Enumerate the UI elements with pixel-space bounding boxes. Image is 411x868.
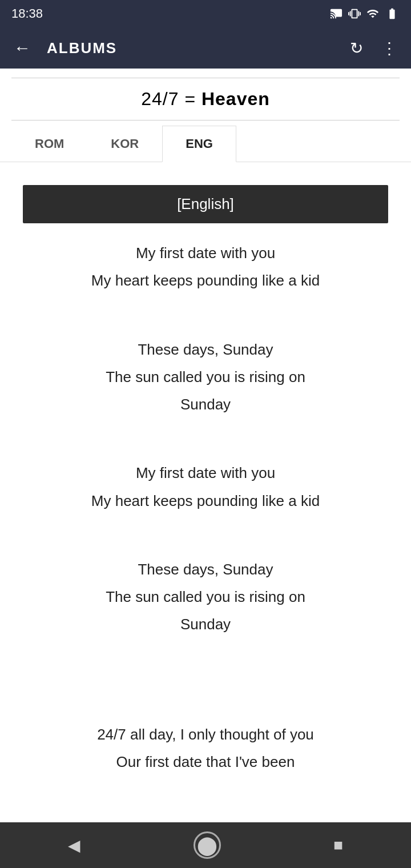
- battery-icon: [385, 7, 400, 20]
- more-button[interactable]: ⋮: [377, 34, 402, 62]
- lyrics-line-8: The sun called you is rising on: [23, 584, 388, 609]
- main-content: 24/7 = Heaven ROM KOR ENG [English] My f…: [0, 69, 411, 822]
- album-header: 24/7 = Heaven: [11, 78, 400, 120]
- status-bar: 18:38: [0, 0, 411, 27]
- nav-bar: ◀ ⬤ ■: [0, 822, 411, 868]
- lyrics-line-3: These days, Sunday: [23, 337, 388, 362]
- album-title-bold: Heaven: [202, 89, 270, 109]
- app-bar-title: ALBUMS: [47, 39, 334, 57]
- lyrics-line-9: 24/7 all day, I only thought of you: [23, 722, 388, 747]
- app-bar: ← ALBUMS ↻ ⋮: [0, 27, 411, 69]
- lyrics-content: My first date with you My heart keeps po…: [23, 240, 388, 774]
- album-title: 24/7 = Heaven: [141, 89, 270, 109]
- refresh-button[interactable]: ↻: [345, 34, 368, 62]
- cast-icon: [330, 7, 342, 20]
- section-header: [English]: [23, 185, 388, 223]
- nav-recents-button[interactable]: ■: [311, 827, 366, 863]
- lyrics-line-7: These days, Sunday: [23, 557, 388, 582]
- tab-eng[interactable]: ENG: [162, 126, 236, 162]
- status-time: 18:38: [11, 6, 43, 21]
- lyrics-line-2: My heart keeps pounding like a kid: [23, 268, 388, 293]
- nav-back-button[interactable]: ◀: [45, 827, 103, 864]
- lyrics-line-4: The sun called you is rising on: [23, 364, 388, 389]
- tab-bar: ROM KOR ENG: [0, 125, 411, 162]
- vibrate-icon: [348, 7, 361, 20]
- tab-kor[interactable]: KOR: [87, 126, 162, 162]
- status-icons: [330, 7, 400, 20]
- nav-home-button[interactable]: ⬤: [194, 831, 221, 859]
- album-title-plain: 24/7 =: [141, 89, 202, 109]
- lyrics-line-5: My first date with you: [23, 460, 388, 485]
- lyrics-line-10: Our first date that I've been: [23, 749, 388, 774]
- back-button[interactable]: ←: [9, 34, 35, 62]
- wifi-icon: [366, 7, 379, 20]
- lyrics-line-1: My first date with you: [23, 240, 388, 266]
- app-bar-actions: ↻ ⋮: [345, 34, 402, 62]
- lyrics-area: [English] My first date with you My hear…: [0, 174, 411, 788]
- lyrics-line-8b: Sunday: [23, 612, 388, 637]
- lyrics-line-4b: Sunday: [23, 392, 388, 417]
- tab-rom[interactable]: ROM: [11, 126, 87, 162]
- lyrics-line-6: My heart keeps pounding like a kid: [23, 488, 388, 513]
